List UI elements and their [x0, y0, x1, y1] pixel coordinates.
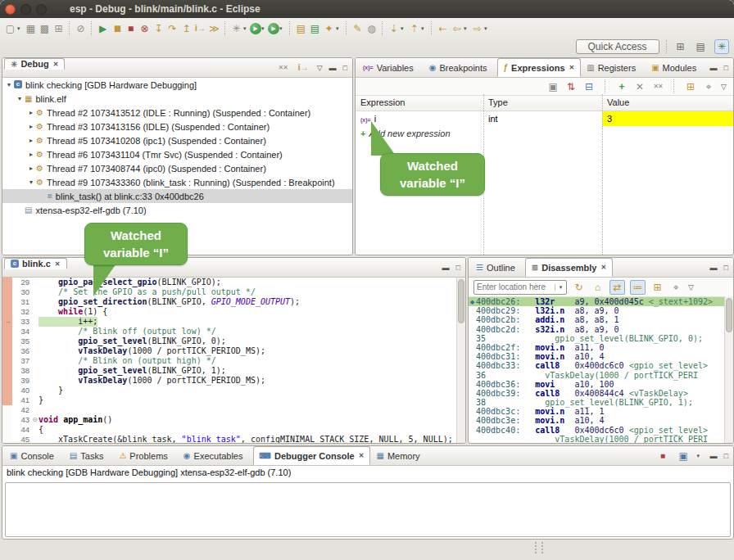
open-resource-icon[interactable]: ▤ [308, 22, 322, 35]
column-expression[interactable]: Expression [356, 96, 483, 111]
editor-line[interactable]: 40 } [2, 386, 465, 395]
instruction-pointer-icon[interactable] [2, 307, 12, 317]
back-dropdown[interactable]: ▾ [464, 25, 470, 32]
code-editor[interactable]: 29 gpio_pad_select_gpio(BLINK_GPIO);30 /… [2, 278, 465, 444]
instruction-pointer-icon[interactable] [2, 327, 12, 336]
status-bar-handle[interactable] [535, 542, 543, 553]
skip-all-breakpoints-icon[interactable]: ⊘ [74, 22, 88, 35]
location-input[interactable] [474, 282, 555, 291]
editor-line[interactable]: 37 /* Blink on (output high) */ [2, 356, 465, 366]
maximize-icon[interactable]: □ [724, 64, 728, 72]
window-minimize-button[interactable] [20, 4, 31, 15]
instruction-pointer-icon[interactable] [2, 376, 12, 386]
fold-icon[interactable] [31, 425, 39, 435]
build-icon[interactable]: ⊞ [52, 22, 66, 35]
open-element-icon[interactable]: ▤ [294, 22, 308, 35]
external-tools-icon[interactable]: ▶ [268, 23, 279, 34]
tab-disassembly[interactable]: ≣Disassembly✕ [525, 258, 613, 277]
fold-icon[interactable] [31, 297, 39, 307]
disassembly-line[interactable]: 400dbc33: call8 0x400dc6c0 <gpio_set_lev… [469, 361, 733, 370]
remove-all-terminated-icon[interactable]: ✕✕ [276, 61, 290, 75]
add-expression-row[interactable]: +Add new expression [356, 126, 733, 141]
home-icon[interactable]: ⌂ [591, 281, 605, 294]
instruction-pointer-icon[interactable] [2, 405, 12, 415]
previous-annotation-icon[interactable]: ⇡ [407, 22, 421, 35]
editor-line[interactable]: 36 vTaskDelay(1000 / portTICK_PERIOD_MS)… [2, 346, 465, 356]
terminate-console-icon[interactable]: ■ [656, 449, 670, 463]
maximize-icon[interactable]: □ [724, 452, 728, 460]
tab-debug[interactable]: ✳Debug✕ [4, 58, 65, 70]
fold-icon[interactable] [31, 356, 39, 366]
maximize-icon[interactable]: □ [456, 264, 460, 272]
fold-icon[interactable] [31, 278, 39, 287]
expander-icon[interactable]: ▸ [27, 109, 35, 116]
fold-icon[interactable] [31, 346, 39, 356]
instruction-pointer-icon[interactable] [2, 425, 12, 435]
fold-icon[interactable] [31, 336, 39, 346]
minimize-icon[interactable]: ▬ [329, 64, 337, 72]
tree-row[interactable]: ▸⚙Thread #5 1073410208 (ipc1) (Suspended… [2, 133, 352, 147]
terminate-icon[interactable]: ■ [124, 22, 138, 35]
fold-icon[interactable] [31, 317, 39, 327]
disassembly-line[interactable]: 35 gpio_set_level(BLINK_GPIO, 0); [469, 334, 733, 343]
instruction-pointer-icon[interactable] [2, 415, 12, 425]
disassembly-line[interactable]: 38 gpio_set_level(BLINK_GPIO, 1); [469, 398, 733, 407]
tab-close-icon[interactable]: ✕ [359, 452, 365, 459]
tree-row[interactable]: ▸⚙Thread #6 1073431104 (Tmr Svc) (Suspen… [2, 147, 352, 161]
tab-outline[interactable]: ☰Outline [470, 258, 525, 277]
expression-row[interactable]: (x)=i int 3 [356, 111, 733, 126]
next-annotation-dropdown[interactable]: ▾ [401, 25, 407, 32]
disassembly-line[interactable]: 400dbc2f: movi.n a11, 0 [469, 343, 733, 352]
instruction-pointer-icon[interactable] [2, 287, 12, 297]
tab-close-icon[interactable]: ✕ [53, 61, 59, 68]
save-icon[interactable]: ▦ [24, 22, 38, 35]
instruction-pointer-icon[interactable] [2, 356, 12, 366]
expander-icon[interactable]: ▸ [27, 165, 35, 172]
instruction-pointer-icon[interactable] [2, 278, 12, 287]
search-icon[interactable]: ✦ [322, 22, 336, 35]
tree-row[interactable]: ▤xtensa-esp32-elf-gdb (7.10) [2, 203, 352, 217]
disassembly-line[interactable]: 36 vTaskDelay(1000 / portTICK_PERI [469, 371, 733, 380]
expander-icon[interactable]: ▾ [16, 95, 24, 102]
tab-tasks[interactable]: ▤Tasks [64, 446, 114, 465]
forward-dropdown[interactable]: ▾ [484, 25, 491, 32]
cpp-perspective-icon[interactable]: ▤ [694, 40, 708, 53]
tree-row[interactable]: ▾▦blink.elf [2, 92, 352, 106]
view-menu-icon[interactable]: ▽ [317, 64, 323, 72]
column-value[interactable]: Value [602, 96, 733, 111]
location-dropdown-icon[interactable]: ▾ [555, 284, 566, 291]
show-logical-structure-icon[interactable]: ⇅ [565, 80, 577, 93]
pin-icon[interactable]: ⌖ [703, 80, 714, 93]
fold-icon[interactable] [31, 386, 39, 395]
resume-icon[interactable]: ▶ [96, 22, 110, 35]
new-view-icon[interactable]: ⊞ [685, 80, 696, 93]
editor-line[interactable]: 38 gpio_set_level(BLINK_GPIO, 1); [2, 366, 465, 376]
remove-expression-icon[interactable]: ✕ [634, 80, 646, 93]
tab-executables[interactable]: ◉Executables [178, 446, 253, 465]
remove-all-expressions-icon[interactable]: ✕✕ [652, 80, 664, 93]
tree-row[interactable]: ▸⚙Thread #2 1073413512 (IDLE : Running) … [2, 106, 352, 120]
debug-perspective-icon[interactable]: ✳ [714, 39, 729, 54]
expander-icon[interactable]: ▾ [27, 178, 35, 186]
fold-icon[interactable] [31, 395, 39, 405]
tab-debugger-console[interactable]: ⌨Debugger Console✕ [253, 446, 371, 465]
show-source-toggle[interactable]: ≔ [630, 280, 646, 295]
disassembly-line[interactable]: 400dbc29: l32i.n a8, a9, 0 [469, 306, 733, 315]
disassembly-line[interactable]: 400dbc2b: addi.n a8, a8, 1 [469, 315, 733, 324]
disassembly-line[interactable]: 400dbc40: call8 0x400dc6c0 <gpio_set_lev… [469, 426, 733, 435]
editor-line[interactable]: 45 xTaskCreate(&blink_task, "blink_task"… [2, 435, 465, 444]
instruction-pointer-icon[interactable] [2, 366, 12, 376]
tab-blink-c[interactable]: cblink.c✕ [4, 258, 67, 269]
quick-access-button[interactable]: Quick Access [576, 39, 659, 54]
previous-annotation-dropdown[interactable]: ▾ [421, 25, 428, 32]
instruction-pointer-icon[interactable] [2, 297, 12, 307]
instruction-stepping-mode-icon[interactable]: i→ [297, 61, 310, 75]
run-dropdown[interactable]: ▾ [261, 25, 268, 32]
step-into-icon[interactable]: ↧ [152, 22, 165, 35]
disassembly-line[interactable]: 400dbc39: call8 0x400844c4 <vTaskDelay> [469, 389, 733, 398]
tab-expressions[interactable]: ƒExpressions✕ [497, 58, 582, 77]
search-dropdown[interactable]: ▾ [336, 25, 342, 32]
step-return-icon[interactable]: ↥ [179, 22, 193, 35]
pin-icon[interactable]: ⌖ [669, 281, 683, 294]
debug-menu-icon[interactable]: ✳ [229, 22, 243, 35]
